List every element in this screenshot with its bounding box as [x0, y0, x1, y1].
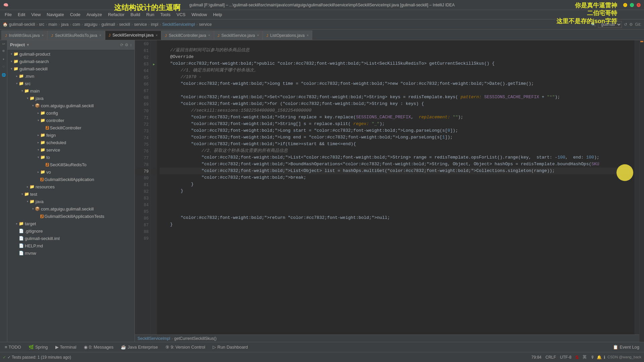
tree-item-gulimall-search[interactable]: ▾📁gulimall-search: [7, 58, 135, 65]
menu-file[interactable]: File: [2, 11, 14, 18]
nav-service[interactable]: service: [134, 22, 147, 27]
menu-tools[interactable]: Tools: [158, 11, 173, 18]
status-tests[interactable]: ✓ ✓ Tests passed: 1 (19 minutes ago): [3, 355, 71, 360]
nav-com[interactable]: com: [72, 22, 80, 27]
tree-item-GulimallSeckillApplicationTests[interactable]: JGulimallSeckillApplicationTests: [7, 213, 135, 220]
bottom-tab-spring[interactable]: 🌿 Spring: [25, 343, 51, 352]
status-bell-icon[interactable]: 🔔: [597, 355, 602, 360]
tree-item-scheduled[interactable]: ▸📁scheduled: [7, 139, 135, 146]
tab-inswithskus[interactable]: J InsWithSkus.java ×: [1, 31, 47, 40]
tree-item-java[interactable]: ▾📁java: [7, 95, 135, 102]
menu-window[interactable]: Window: [189, 11, 210, 18]
tree-item-HELP.md[interactable]: 📄HELP.md: [7, 242, 135, 249]
status-info-icon[interactable]: ℹ: [604, 355, 605, 360]
menu-analyze[interactable]: Analyze: [84, 11, 105, 18]
nav-git-icon[interactable]: Git:: [635, 22, 641, 27]
project-settings-icon[interactable]: ⚙: [125, 43, 128, 47]
tree-item-SeckillController[interactable]: JSeckillController: [7, 124, 135, 131]
left-icon-1[interactable]: 1: [1, 42, 6, 46]
bottom-tab-version-control[interactable]: ⑨ 9: Version Control: [162, 343, 209, 352]
nav-gulimall[interactable]: gulimall: [101, 22, 115, 27]
project-dropdown-icon[interactable]: ▾: [27, 42, 29, 47]
bottom-tab-run-dashboard[interactable]: ▷ Run Dashboard: [209, 343, 251, 352]
tree-item-gulimall-seckill[interactable]: ▾📁gulimall-seckill: [7, 65, 135, 72]
tab-seckillcontroller[interactable]: J SeckillController.java ×: [161, 31, 214, 40]
tree-item-test[interactable]: ▾📁test: [7, 190, 135, 198]
tab-close-seckillserviceimpl[interactable]: ×: [156, 34, 158, 37]
left-icon-structure[interactable]: ⊞: [2, 48, 5, 54]
nav-src[interactable]: src: [39, 22, 44, 27]
code-editor[interactable]: //返回当前时间可以参与的秒杀商品信息 @Override "color:#cc…: [157, 40, 635, 335]
tab-seckillskuredisto[interactable]: J SecKillSkuRedisTo.java ×: [47, 31, 105, 40]
tree-item-.gitignore[interactable]: 📄.gitignore: [7, 227, 135, 235]
menu-navigate[interactable]: Navigate: [44, 11, 66, 18]
tree-item-gulimall-seckill.iml[interactable]: 📄gulimall-seckill.iml: [7, 235, 135, 242]
nav-java[interactable]: java: [61, 22, 68, 27]
tab-listoperations[interactable]: J ListOperations.java ×: [263, 31, 312, 40]
tab-close-inswithskus[interactable]: ×: [42, 34, 44, 37]
tab-seckillserviceimpl[interactable]: J SeckillServiceImpl.java ×: [105, 31, 161, 40]
left-icon-favorites[interactable]: ♡: [2, 64, 5, 70]
nav-impl[interactable]: impl: [151, 22, 158, 27]
tab-close-seckillservice[interactable]: ×: [257, 34, 259, 37]
tab-close-seckillcontroller[interactable]: ×: [208, 34, 210, 37]
close-button[interactable]: ×: [637, 3, 641, 7]
tree-item-SecKillSkuRedisTo[interactable]: JSecKillSkuRedisTo: [7, 161, 135, 168]
tree-item-feign[interactable]: ▸📁feign: [7, 131, 135, 139]
nav-module-selector[interactable]: gulimall: [598, 21, 622, 28]
tree-item-mvnw[interactable]: 📄mvnw: [7, 249, 135, 257]
nav-settings-icon[interactable]: ⚙: [629, 22, 633, 27]
nav-seckillserviceimpl[interactable]: SeckillServiceImpl: [162, 22, 195, 27]
tree-item-to[interactable]: ▾📁to: [7, 154, 135, 161]
bottom-tab-messages[interactable]: ◉ 0: Messages: [80, 343, 117, 352]
tree-item-vo[interactable]: ▸📁vo: [7, 168, 135, 176]
tab-close-listoperations[interactable]: ×: [307, 34, 309, 37]
tree-item-test-com.atguigu.gulimall.seckill[interactable]: ▾📦com.atguigu.gulimall.seckill: [7, 205, 135, 213]
status-encoding[interactable]: UTF-8: [560, 355, 572, 360]
bottom-tab-todo[interactable]: ≡ TODO: [1, 343, 24, 352]
menu-refactor[interactable]: Refactor: [105, 11, 127, 18]
menu-code[interactable]: Code: [67, 11, 83, 18]
tree-item-main[interactable]: ▾📁main: [7, 87, 135, 95]
menu-edit[interactable]: Edit: [15, 11, 28, 18]
nav-atguigu[interactable]: atguigu: [84, 22, 97, 27]
nav-service2[interactable]: service: [199, 22, 212, 27]
tab-close-seckillskuredisto[interactable]: ×: [99, 34, 101, 37]
breadcrumb-method[interactable]: getCurrentSeckillSkus(): [174, 336, 216, 341]
minimize-button[interactable]: −: [623, 3, 627, 7]
status-crlf[interactable]: CRLF: [545, 355, 556, 360]
tree-item-test-java[interactable]: ▾📁java: [7, 198, 135, 205]
bottom-tab-java-enterprise[interactable]: ☕ Java Enterprise: [117, 343, 161, 352]
menu-view[interactable]: View: [29, 11, 43, 18]
maximize-button[interactable]: □: [630, 3, 634, 7]
tree-item-gulimall-product[interactable]: ▾📁gulimall-product: [7, 50, 135, 58]
breadcrumb-class[interactable]: SeckillServiceImpl: [138, 336, 170, 341]
status-mic-icon[interactable]: 🎙: [591, 355, 595, 360]
tree-item-src[interactable]: ▾📁src: [7, 80, 135, 87]
menu-run[interactable]: Run: [144, 11, 157, 18]
menu-build[interactable]: Build: [128, 11, 143, 18]
left-icon-web[interactable]: 🌐: [1, 72, 6, 78]
menu-vcs[interactable]: VCS: [174, 11, 188, 18]
nav-search-icon[interactable]: 🔍: [591, 22, 596, 27]
tree-item-GulimallSeckillApplication[interactable]: JGulimallSeckillApplication: [7, 176, 135, 183]
status-lang[interactable]: 英: [583, 354, 587, 360]
menu-help[interactable]: Help: [210, 11, 225, 18]
bottom-tab-terminal[interactable]: ▶ Terminal: [52, 343, 80, 352]
tab-seckillservice[interactable]: J SeckillService.java ×: [214, 31, 263, 40]
project-expand-icon[interactable]: ↕: [130, 43, 132, 47]
tree-item-com.atguigu.gulimall.seckill[interactable]: ▾📦com.atguigu.gulimall.seckill: [7, 102, 135, 109]
tree-item-service[interactable]: ▾📁service: [7, 146, 135, 154]
nav-seckill[interactable]: seckill: [119, 22, 130, 27]
nav-gulimall-seckill[interactable]: gulimall-seckill: [9, 22, 35, 27]
nav-main[interactable]: main: [48, 22, 57, 27]
tree-item-target[interactable]: ▸📁target: [7, 220, 135, 227]
left-icon-bookmark[interactable]: ★: [2, 56, 5, 62]
tree-item-controller[interactable]: ▾📁controller: [7, 117, 135, 124]
tree-item-resources[interactable]: ▸📁resources: [7, 183, 135, 190]
project-sync-icon[interactable]: ⟳: [120, 43, 123, 47]
bottom-tab-event-log[interactable]: 📋 Event Log: [609, 343, 643, 352]
tree-item-config[interactable]: ▸📁config: [7, 109, 135, 117]
nav-refresh-icon[interactable]: ↺: [624, 22, 627, 27]
tree-item-mvn[interactable]: ▸📁.mvn: [7, 72, 135, 80]
